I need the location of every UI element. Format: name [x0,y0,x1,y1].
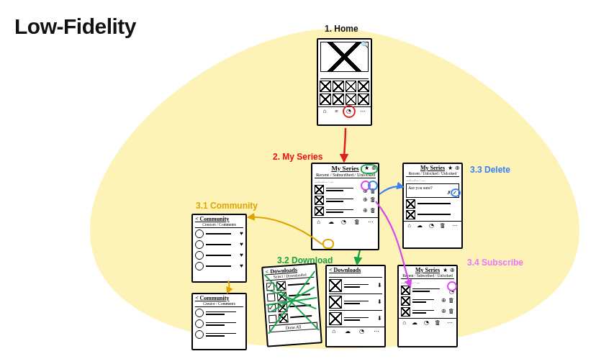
my-series-tabs: Recent / Subscribed / Unlocked [315,173,376,178]
star-icon: ★ [364,165,369,171]
download-icon: ⬇ [377,283,382,288]
download-item-1: ⬇ [329,279,382,292]
wireframe-my-series: My Series ★ ⊕ Recent / Subscribed / Unlo… [311,163,379,250]
creator-item: ♥ [195,229,243,239]
wireframe-subscribe: My Series ⊕ ★ Recent / Subscribed / Unlo… [397,265,458,347]
plus-icon: ⊕ [371,165,376,171]
nav-home-icon: ⌂ [323,109,327,114]
nav-dots-icon: ⋯ [360,109,366,114]
wireframe-home: 🔍 ⌂ ≡ ◔ ⋯ [317,38,372,126]
community-header-2: < Community [193,294,245,301]
search-icon: 🔍 [361,41,369,48]
download-item-2: ⬇ [329,296,382,309]
home-nav-bar: ⌂ ≡ ◔ ⋯ [318,106,371,116]
bell-icon: ◔ [449,288,454,295]
community-tabs-2: Creator / Comments [195,302,243,307]
downloads-header: < Downloads [327,266,384,273]
download-item-3: ⬇ [329,312,382,325]
label-community: 3.1 Community [196,201,258,211]
label-home: 1. Home [325,24,358,34]
wireframe-delete: My Series ⊕ ★ Recent / Unlocked / Unlock… [402,163,463,249]
community-header: < Community [193,215,245,222]
series-item-2: ⊕ 🗑 [315,196,376,205]
label-my-series: 2. My Series [273,152,322,162]
wireframe-downloads-list: < Downloads ⬇ ⬇ ⬇ ⌂ ☁ ◔ ⋯ [325,265,386,347]
sub-item-1: ◔ [401,286,454,295]
nav-list-icon: ≡ [335,109,338,114]
label-delete: 3.3 Delete [470,165,510,175]
no-icon: ✗ [447,190,451,196]
wireframe-download-select: < Downloads Select / Downloaded Done All [261,263,322,347]
subscribe-header: My Series [399,266,456,273]
home-row-2 [320,94,369,105]
item-plus-icon: ⊕ [363,188,368,194]
wireframe-community-top: < Community Creators / Comments ♥ ♥ ♥ ♥ [191,214,247,283]
yes-icon: ✓ [453,190,457,196]
delete-tabs: Recent / Unlocked / Unlocked [406,172,459,177]
confirm-dialog: Are you sure? ✗ ✓ [406,183,459,198]
community-tabs: Creators / Comments [195,223,243,228]
series-nav-bar: ⌂ ☁ ◔ 🗑 ⋯ [312,217,378,227]
label-subscribe: 3.4 Subscribe [467,258,523,268]
item-trash-icon: 🗑 [370,188,376,194]
done-button: Done All [269,322,318,332]
subscribe-tabs: Recent / Subscribed / Unlocked [401,274,454,279]
series-item-3: ⊕ 🗑 [315,206,376,216]
nav-user-icon: ◔ [346,108,351,114]
series-item-1: ⊕ 🗑 [315,185,376,194]
home-row-1 [320,81,369,92]
wireframe-community-bottom: < Community Creator / Comments [191,293,247,350]
delete-header: My Series [404,164,461,171]
